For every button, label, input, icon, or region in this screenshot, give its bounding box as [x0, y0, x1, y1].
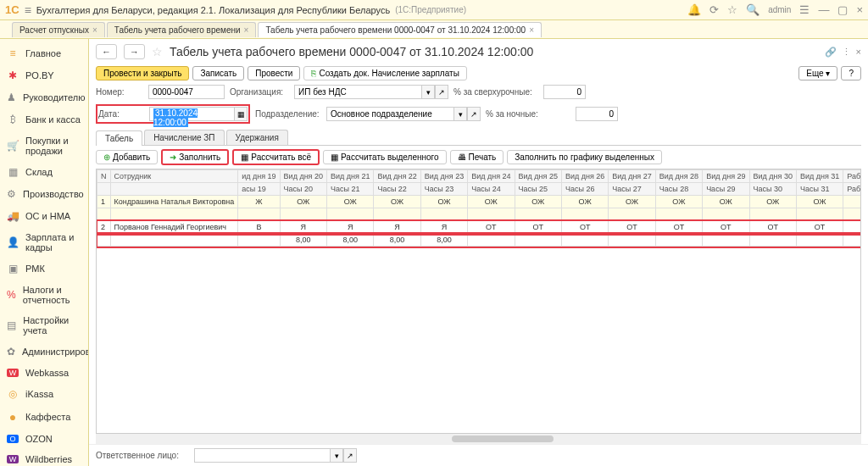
resp-open[interactable]: ↗ — [343, 448, 357, 463]
sidebar-item-13[interactable]: WWebkassa — [0, 363, 88, 383]
col-header[interactable]: Вид дня 31 — [796, 170, 843, 183]
date-field[interactable]: 31.10.2024 12:00:00 — [149, 107, 234, 121]
table-row[interactable]: 8,008,008,008,00144,00184,007,00 — [97, 234, 862, 247]
more-button[interactable]: Еще ▾ — [798, 66, 837, 80]
col-header[interactable]: Вид дня 28 — [655, 170, 702, 183]
col-subheader[interactable]: Часы 23 — [420, 183, 467, 196]
sidebar-item-3[interactable]: ₿Банк и касса — [0, 108, 88, 130]
favorite-icon[interactable]: ☆ — [727, 3, 737, 16]
tab-raschet[interactable]: Расчет отпускных× — [12, 22, 105, 37]
sidebar-item-0[interactable]: ≡Главное — [0, 42, 88, 64]
sidebar-item-10[interactable]: %Налоги и отчетность — [0, 280, 88, 310]
fill-button[interactable]: ➜ Заполнить — [161, 149, 229, 165]
col-header[interactable]: Вид дня 24 — [468, 170, 515, 183]
table-row[interactable]: 2Порванов Геннадий ГеоргиевичВЯЯЯЯОТОТОТ… — [97, 221, 862, 234]
col-subheader[interactable]: Часы 28 — [655, 183, 702, 196]
sidebar-item-14[interactable]: ◎iKassa — [0, 383, 88, 405]
user-label[interactable]: admin — [768, 5, 791, 14]
col-header[interactable]: Вид дня 23 — [420, 170, 467, 183]
number-field[interactable] — [148, 85, 225, 99]
col-header[interactable]: Вид дня 27 — [609, 170, 655, 183]
menu-dots-icon[interactable]: ☰ — [799, 3, 810, 16]
col-subheader[interactable]: асы 19 — [238, 183, 280, 196]
col-subheader[interactable] — [97, 183, 111, 196]
sub-tab-nachislenie[interactable]: Начисление ЗП — [144, 130, 224, 145]
sidebar-item-9[interactable]: ▣РМК — [0, 258, 88, 280]
col-header[interactable]: Вид дня 29 — [703, 170, 749, 183]
tab-tabel-list[interactable]: Табель учета рабочего времени× — [107, 22, 257, 37]
close-window-icon[interactable]: × — [856, 3, 863, 16]
col-header[interactable]: Вид дня 20 — [280, 170, 326, 183]
close-doc-icon[interactable]: × — [856, 47, 861, 58]
sub-tab-uderzh[interactable]: Удержания — [226, 130, 288, 145]
col-subheader[interactable]: Часы 25 — [515, 183, 561, 196]
post-and-close-button[interactable]: Провести и закрыть — [96, 66, 189, 80]
sidebar-item-1[interactable]: ✱PO.BY — [0, 64, 88, 86]
org-field[interactable] — [294, 85, 421, 99]
col-header[interactable]: Вид дня 25 — [515, 170, 561, 183]
post-button[interactable]: Провести — [248, 66, 300, 80]
col-header[interactable]: Вид дня 30 — [749, 170, 796, 183]
col-subheader[interactable]: Часы 26 — [561, 183, 608, 196]
night-field[interactable] — [576, 107, 618, 121]
col-header[interactable]: N — [97, 170, 111, 183]
sidebar-item-17[interactable]: WWildberries — [0, 449, 88, 466]
maximize-icon[interactable]: ▢ — [837, 3, 848, 16]
col-subheader[interactable]: Рабочих часов — [843, 183, 861, 196]
calc-all-button[interactable]: ▦ Рассчитать всё — [232, 149, 320, 165]
date-picker[interactable]: ▦ — [234, 107, 248, 121]
col-subheader[interactable]: Часы 30 — [749, 183, 796, 196]
col-header[interactable]: Вид дня 26 — [561, 170, 608, 183]
col-subheader[interactable] — [110, 183, 238, 196]
write-button[interactable]: Записать — [192, 66, 244, 80]
col-subheader[interactable]: Часы 24 — [468, 183, 515, 196]
fill-by-button[interactable]: Заполнить по графику выделенных — [507, 150, 662, 164]
sub-tab-tabel[interactable]: Табель — [96, 130, 142, 146]
calc-sel-button[interactable]: ▦ Рассчитать выделенного — [323, 150, 447, 164]
timesheet-grid[interactable]: NСотрудникид дня 19Вид дня 20Вид дня 21В… — [97, 169, 861, 247]
link-icon[interactable]: 🔗 — [825, 47, 837, 58]
menu-icon[interactable]: ⋮ — [842, 47, 851, 58]
col-header[interactable]: ид дня 19 — [238, 170, 280, 183]
col-header[interactable]: Вид дня 21 — [327, 170, 374, 183]
overtime-field[interactable] — [543, 85, 586, 99]
dept-open[interactable]: ↗ — [467, 107, 481, 121]
tab-tabel-doc[interactable]: Табель учета рабочего времени 0000-0047 … — [258, 22, 542, 37]
print-button[interactable]: 🖶 Печать — [450, 150, 504, 164]
menu-icon[interactable]: ≡ — [25, 3, 31, 17]
col-subheader[interactable]: Часы 29 — [703, 183, 749, 196]
col-header[interactable]: Рабочих дней — [843, 170, 861, 183]
org-open[interactable]: ↗ — [435, 85, 448, 99]
dept-field[interactable] — [326, 107, 453, 121]
dept-dropdown[interactable]: ▾ — [453, 107, 467, 121]
sidebar-item-8[interactable]: 👤Зарплата и кадры — [0, 227, 88, 258]
hscrollbar[interactable] — [96, 434, 861, 444]
resp-dropdown[interactable]: ▾ — [330, 448, 343, 463]
col-subheader[interactable]: Часы 20 — [280, 183, 326, 196]
sidebar-item-6[interactable]: ⚙Производство — [0, 183, 88, 205]
col-subheader[interactable]: Часы 27 — [609, 183, 655, 196]
minimize-icon[interactable]: — — [818, 3, 829, 16]
col-header[interactable]: Вид дня 22 — [374, 170, 420, 183]
close-icon[interactable]: × — [92, 25, 97, 35]
table-row[interactable]: 1Кондрашина Наталья ВикторовнаЖОЖОЖОЖОЖО… — [97, 196, 862, 208]
col-subheader[interactable]: Часы 31 — [796, 183, 843, 196]
sidebar-item-16[interactable]: OOZON — [0, 429, 88, 449]
col-subheader[interactable]: Часы 21 — [327, 183, 374, 196]
sidebar-item-5[interactable]: ▦Склад — [0, 161, 88, 183]
close-icon[interactable]: × — [529, 25, 534, 35]
sidebar-item-15[interactable]: ●Каффеста — [0, 405, 88, 429]
org-dropdown[interactable]: ▾ — [421, 85, 435, 99]
sidebar-item-7[interactable]: 🚚ОС и НМА — [0, 205, 88, 227]
col-subheader[interactable]: Часы 22 — [374, 183, 420, 196]
create-doc-button[interactable]: ⎘Создать док. Начисление зарплаты — [303, 66, 466, 80]
back-button[interactable]: ← — [96, 44, 117, 59]
bell-icon[interactable]: 🔔 — [687, 3, 701, 16]
close-icon[interactable]: × — [244, 25, 249, 35]
add-button[interactable]: ⊕ Добавить — [96, 150, 158, 164]
sidebar-item-11[interactable]: ▤Настройки учета — [0, 310, 88, 341]
sidebar-item-12[interactable]: ✿Администрирование — [0, 341, 88, 363]
sidebar-item-4[interactable]: 🛒Покупки и продажи — [0, 130, 88, 161]
responsible-field[interactable] — [194, 448, 330, 463]
star-icon[interactable]: ☆ — [152, 45, 163, 58]
